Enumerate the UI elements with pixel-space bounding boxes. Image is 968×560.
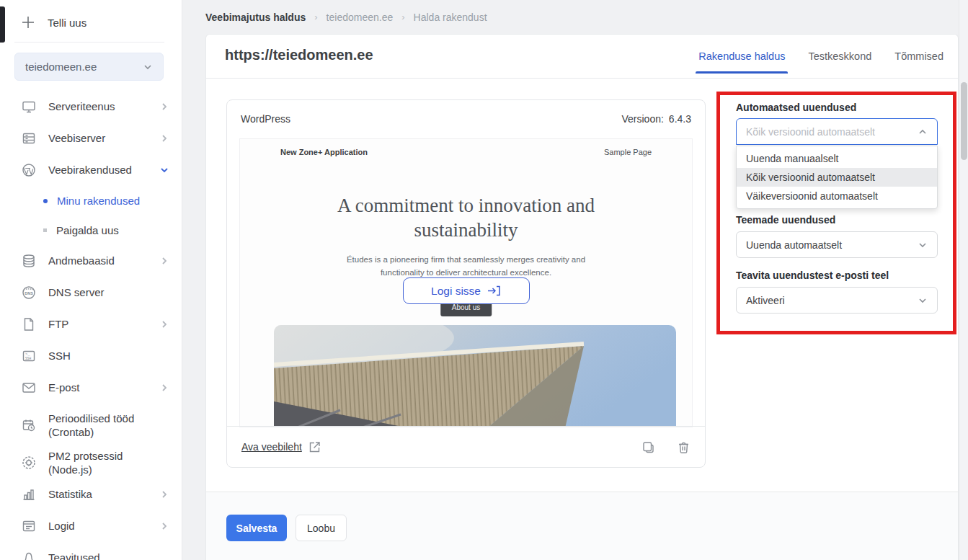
trash-icon[interactable] (677, 440, 691, 454)
page-scrollbar-thumb[interactable] (961, 82, 967, 160)
action-bar: Salvesta Loobu (206, 492, 958, 560)
preview-tagline: Études is a pioneering firm that seamles… (240, 253, 692, 280)
email-notify-label: Teavita uuendustest e-posti teel (736, 270, 889, 281)
login-button-label: Logi sisse (431, 285, 481, 298)
version-label: Versioon: (621, 113, 663, 125)
preview-heading-line2: sustainability (240, 218, 692, 243)
sidebar-item-ssh[interactable]: >_SSH SSH (0, 340, 182, 372)
sidebar-item-logid[interactable]: Logid (0, 510, 182, 542)
option-uuenda-manuaalselt[interactable]: Uuenda manuaalselt (737, 149, 937, 168)
copy-icon[interactable] (641, 440, 655, 454)
sidebar-item-veebirakendused[interactable]: Veebirakendused (0, 154, 182, 186)
file-icon (22, 317, 36, 332)
log-icon (22, 519, 36, 533)
wordpress-app-card: WordPress Versioon:6.4.3 New Zone+ Appli… (226, 99, 706, 468)
option-vaikeversioonid[interactable]: Väikeversioonid automaatselt (737, 187, 937, 205)
site-preview: New Zone+ Application Sample Page A comm… (239, 138, 693, 427)
tab-testkeskkond[interactable]: Testkeskkond (808, 50, 871, 74)
app-version: Versioon:6.4.3 (621, 113, 691, 125)
sidebar-scrollbar-thumb[interactable] (0, 6, 5, 43)
terminal-icon: >_SSH (22, 349, 36, 363)
preview-tagline-line1: Études is a pioneering firm that seamles… (240, 253, 692, 266)
preview-nav-item: Sample Page (604, 148, 652, 156)
auto-updates-value: Kõik versioonid automaatselt (746, 126, 875, 138)
chevron-right-icon (160, 383, 169, 392)
sidebar-divider (14, 42, 164, 43)
sidebar-item-perioodilised-tood[interactable]: Perioodilised tööd (Crontab) (0, 404, 182, 447)
sidebar-item-veebiserver[interactable]: Veebiserver (0, 123, 182, 154)
domain-select-value: teiedomeen.ee (25, 61, 97, 73)
active-bullet (43, 199, 48, 203)
sidebar-item-minu-rakendused[interactable]: Minu rakendused (0, 186, 182, 215)
theme-updates-label: Teemade uuendused (736, 214, 835, 226)
calendar-clock-icon (22, 418, 36, 432)
tab-tommised[interactable]: Tõmmised (894, 50, 943, 74)
auto-updates-dropdown-menu: Uuenda manuaalselt Kõik versioonid autom… (736, 146, 938, 209)
wordpress-icon (22, 163, 36, 177)
card-actions (641, 440, 691, 454)
breadcrumb-separator-icon: › (401, 12, 404, 22)
process-gear-icon (22, 455, 36, 470)
login-button[interactable]: Logi sisse (403, 277, 530, 304)
order-new-label: Telli uus (48, 17, 86, 29)
chevron-down-icon (160, 166, 169, 174)
open-website-label: Ava veebileht (241, 441, 302, 453)
order-new-button[interactable]: Telli uus (0, 0, 182, 40)
chevron-right-icon (160, 320, 169, 329)
update-settings: Automaatsed uuendused Kõik versioonid au… (736, 102, 938, 113)
sidebar-item-andmebaasid[interactable]: Andmebaasid (0, 245, 182, 277)
page-scrollbar[interactable] (959, 0, 968, 560)
preview-site-name: New Zone+ Application (280, 148, 368, 156)
bullet (43, 228, 47, 232)
header-divider (206, 78, 958, 79)
chevron-down-icon (143, 62, 153, 72)
svg-text:DNS: DNS (25, 291, 33, 295)
theme-updates-select[interactable]: Uuenda automaatselt (736, 231, 938, 258)
chevron-down-icon (918, 240, 928, 250)
email-notify-value: Aktiveeri (746, 295, 785, 306)
option-koik-versioonid[interactable]: Kõik versioonid automaatselt (737, 168, 937, 187)
version-value: 6.4.3 (669, 113, 691, 125)
theme-updates-value: Uuenda automaatselt (746, 239, 842, 251)
bar-chart-icon (22, 487, 36, 502)
main-panel: https://teiedomeen.ee Rakenduse haldus T… (205, 34, 959, 560)
envelope-icon (22, 381, 36, 395)
breadcrumb-separator-icon: › (314, 12, 317, 22)
open-website-link[interactable]: Ava veebileht (241, 440, 321, 454)
sidebar-item-paigalda-uus[interactable]: Paigalda uus (0, 215, 182, 245)
sidebar-item-serveriteenus[interactable]: Serveriteenus (0, 91, 182, 123)
server-icon (22, 131, 36, 146)
breadcrumb-item-domain[interactable]: teiedomeen.ee (327, 12, 394, 23)
chevron-right-icon (160, 522, 169, 530)
sidebar-item-pm2-protsessid[interactable]: PM2 protsessid (Node.js) (0, 447, 182, 479)
bell-icon (22, 551, 36, 560)
chevron-right-icon (160, 102, 169, 111)
preview-heading-line1: A commitment to innovation and (240, 194, 692, 218)
sidebar-item-statistika[interactable]: Statistika (0, 479, 182, 510)
email-notify-select[interactable]: Aktiveeri (736, 287, 938, 314)
sidebar-item-epost[interactable]: E-post (0, 372, 182, 404)
sidebar-item-ftp[interactable]: FTP (0, 308, 182, 340)
tab-bar: Rakenduse haldus Testkeskkond Tõmmised (698, 50, 943, 74)
monitor-icon (22, 99, 36, 114)
sidebar-item-teavitused[interactable]: Teavitused (0, 542, 182, 560)
chevron-down-icon (918, 295, 928, 306)
auto-updates-label: Automaatsed uuendused (736, 102, 938, 113)
cancel-button[interactable]: Loobu (296, 515, 347, 541)
card-header: WordPress Versioon:6.4.3 (227, 100, 705, 138)
database-icon (22, 254, 36, 268)
auto-updates-select[interactable]: Kõik versioonid automaatselt (736, 118, 938, 145)
page-title: https://teiedomeen.ee (225, 47, 373, 63)
domain-select[interactable]: teiedomeen.ee (14, 53, 164, 81)
preview-photo (274, 325, 676, 427)
sidebar: Telli uus teiedomeen.ee Serveriteenus Ve… (0, 0, 182, 560)
breadcrumb-item-veebimajutus[interactable]: Veebimajutus haldus (205, 12, 306, 23)
plus-icon (22, 16, 35, 29)
sidebar-item-dns-server[interactable]: DNS DNS server (0, 277, 182, 308)
save-button[interactable]: Salvesta (226, 515, 287, 541)
card-footer: Ava veebileht (227, 426, 705, 467)
external-link-icon (308, 440, 321, 454)
tab-rakenduse-haldus[interactable]: Rakenduse haldus (698, 50, 785, 74)
chevron-up-icon (918, 127, 928, 137)
login-arrow-icon (487, 285, 501, 296)
